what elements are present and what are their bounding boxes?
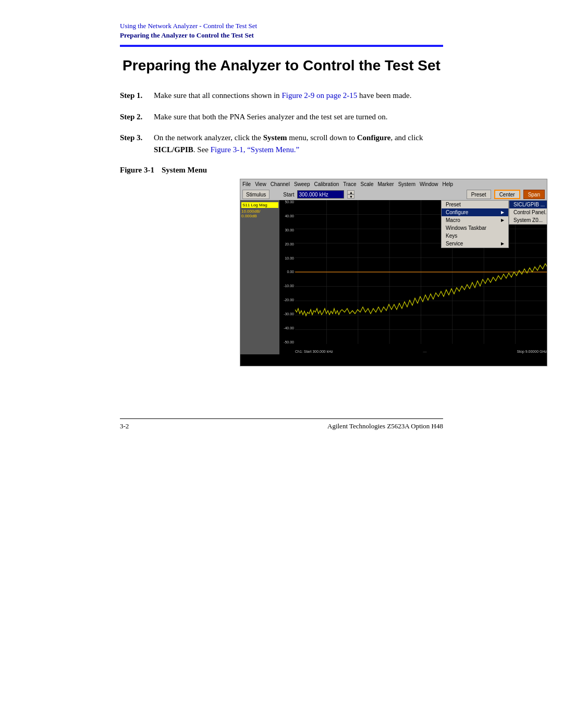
center-button[interactable]: Center (494, 190, 520, 199)
breadcrumb-link[interactable]: Using the Network Analyzer - Control the… (120, 22, 257, 30)
step-3-bold2: Configure (357, 133, 391, 142)
analyzer-screenshot: File View Channel Sweep Calibration Trac… (240, 179, 547, 366)
chart-area: 50.00 40.00 30.00 20.00 10.00 0.00 -10.0… (279, 200, 547, 354)
footer-company: Agilent Technologies Z5623A Option H48 (327, 422, 443, 430)
breadcrumb-current: Preparing the Analyzer to Control the Te… (120, 31, 254, 39)
y-label-0: 0.00 (279, 270, 295, 274)
step-1-text-before: Make sure that all connections shown in (154, 91, 282, 100)
trace-name: S11 Log Mag (241, 202, 278, 208)
menu-help[interactable]: Help (443, 181, 454, 187)
step-3-text-mid2: , and click (390, 133, 423, 142)
menu-marker[interactable]: Marker (378, 181, 394, 187)
analyzer-main: S11 Log Mag 10.000dB/ 0.000dB 50.00 40.0… (240, 200, 547, 354)
y-label-20: 20.00 (279, 242, 295, 246)
menu-sweep[interactable]: Sweep (294, 181, 310, 187)
step-1-content: Make sure that all connections shown in … (154, 90, 443, 102)
figure-area: Figure 3-1 System Menu File View Channel… (0, 166, 563, 366)
menu-calibration[interactable]: Calibration (314, 181, 339, 187)
footer-content: 3-2 Agilent Technologies Z5623A Option H… (120, 422, 443, 430)
step-3-text-before: On the network analyzer, click the (154, 133, 263, 142)
step-1: Step 1. Make sure that all connections s… (120, 90, 443, 102)
menu-file[interactable]: File (242, 181, 251, 187)
chart-bottom-stop: Stop 9.00000 GHz (517, 350, 547, 353)
y-label-neg10: -10.00 (279, 284, 295, 288)
step-3-link[interactable]: Figure 3-1, “System Menu.” (211, 145, 299, 154)
footer-rule (120, 418, 443, 419)
y-labels: 50.00 40.00 30.00 20.00 10.00 0.00 -10.0… (279, 200, 295, 344)
menu-system[interactable]: System (398, 181, 415, 187)
step-2: Step 2. Make sure that both the PNA Seri… (120, 111, 443, 123)
page-title: Preparing the Analyzer to Control the Te… (120, 57, 443, 74)
figure-title: System Menu (162, 166, 207, 175)
page-title-area: Preparing the Analyzer to Control the Te… (0, 47, 563, 90)
step-2-label: Step 2. (120, 111, 154, 123)
spinner[interactable]: ▲ ▼ (347, 190, 354, 199)
menu-window[interactable]: Window (420, 181, 438, 187)
step-3-text-mid3: . See (193, 145, 211, 154)
y-label-neg20: -20.00 (279, 298, 295, 302)
step-3: Step 3. On the network analyzer, click t… (120, 132, 443, 155)
y-label-10: 10.00 (279, 256, 295, 260)
footer-page-number: 3-2 (120, 422, 129, 430)
menu-scale[interactable]: Scale (360, 181, 373, 187)
y-label-neg30: -30.00 (279, 312, 295, 316)
y-label-neg50: -50.00 (279, 340, 295, 344)
y-label-40: 40.00 (279, 214, 295, 218)
start-input[interactable] (297, 190, 344, 199)
analyzer-toolbar: Stimulus Start ▲ ▼ Preset Center Span (240, 189, 547, 200)
preset-button[interactable]: Preset (467, 190, 491, 199)
spinner-down[interactable]: ▼ (347, 194, 354, 199)
chart-bottom-start: Ch1: Start 300.000 kHz (295, 350, 333, 353)
bottom-spacer (0, 377, 563, 418)
menu-trace[interactable]: Trace (343, 181, 356, 187)
footer-area: 3-2 Agilent Technologies Z5623A Option H… (0, 418, 563, 430)
stimulus-button[interactable]: Stimulus (242, 190, 270, 199)
step-3-bold1: System (263, 133, 287, 142)
step-3-label: Step 3. (120, 132, 154, 155)
menu-channel[interactable]: Channel (271, 181, 290, 187)
step-3-bold3: SICL/GPIB (154, 145, 193, 154)
y-label-50: 50.00 (279, 200, 295, 204)
step-3-text-mid1: menu, scroll down to (287, 133, 357, 142)
step-1-label: Step 1. (120, 90, 154, 102)
analyzer-menubar: File View Channel Sweep Calibration Trac… (240, 179, 547, 189)
figure-number: Figure 3-1 (120, 166, 162, 175)
figure-caption: Figure 3-1 System Menu (120, 166, 443, 175)
step-1-link[interactable]: Figure 2-9 on page 2-15 (282, 91, 357, 100)
steps-area: Step 1. Make sure that all connections s… (0, 90, 563, 155)
left-panel: S11 Log Mag 10.000dB/ 0.000dB (240, 200, 279, 354)
menu-view[interactable]: View (255, 181, 266, 187)
step-2-content: Make sure that both the PNA Series analy… (154, 111, 443, 123)
spinner-up[interactable]: ▲ (347, 190, 354, 194)
trace-ref: 0.000dB (241, 214, 278, 218)
start-label: Start (283, 192, 294, 198)
span-button[interactable]: Span (523, 190, 545, 199)
trace-scale: 10.000dB/ (241, 209, 278, 214)
breadcrumb: Using the Network Analyzer - Control the… (0, 0, 563, 45)
step-3-content: On the network analyzer, click the Syste… (154, 132, 443, 155)
y-label-30: 30.00 (279, 228, 295, 232)
step-1-text-after: have been made. (357, 91, 411, 100)
y-label-neg40: -40.00 (279, 326, 295, 330)
waveform-svg (295, 200, 547, 344)
